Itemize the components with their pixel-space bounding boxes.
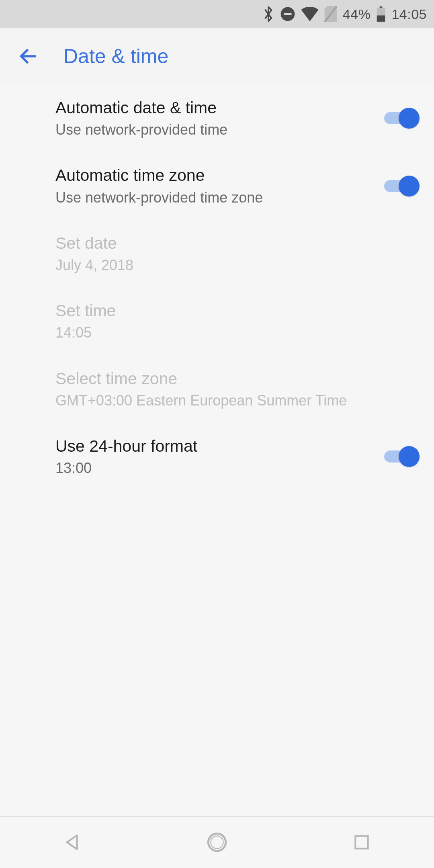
setting-auto-timezone[interactable]: Automatic time zone Use network-provided… bbox=[0, 152, 434, 219]
battery-percent: 44% bbox=[343, 6, 371, 22]
back-button[interactable] bbox=[16, 44, 40, 68]
nav-home-button[interactable] bbox=[193, 828, 241, 856]
setting-title: Automatic time zone bbox=[55, 166, 376, 185]
svg-point-7 bbox=[211, 836, 223, 848]
setting-select-timezone: Select time zone GMT+03:00 Eastern Europ… bbox=[0, 355, 434, 423]
setting-subtitle: GMT+03:00 Eastern European Summer Time bbox=[55, 392, 417, 409]
setting-title: Automatic date & time bbox=[55, 98, 376, 118]
battery-icon bbox=[376, 6, 386, 22]
triangle-back-icon bbox=[63, 833, 82, 852]
settings-list: Automatic date & time Use network-provid… bbox=[0, 84, 434, 816]
do-not-disturb-icon bbox=[280, 6, 295, 22]
nav-recent-button[interactable] bbox=[338, 828, 386, 856]
switch-thumb bbox=[399, 446, 420, 467]
svg-rect-1 bbox=[284, 13, 291, 15]
no-sim-icon bbox=[324, 6, 337, 22]
setting-set-time: Set time 14:05 bbox=[0, 287, 434, 355]
setting-title: Use 24-hour format bbox=[55, 436, 376, 456]
switch-thumb bbox=[399, 176, 420, 197]
setting-subtitle: 14:05 bbox=[55, 324, 417, 341]
circle-home-icon bbox=[207, 832, 227, 853]
setting-subtitle: Use network-provided time zone bbox=[55, 189, 376, 206]
page-title: Date & time bbox=[63, 45, 168, 68]
toggle-auto-datetime[interactable] bbox=[384, 107, 417, 129]
setting-subtitle: 13:00 bbox=[55, 459, 376, 477]
app-bar: Date & time bbox=[0, 28, 434, 84]
setting-title: Set date bbox=[55, 233, 417, 253]
wifi-icon bbox=[301, 7, 319, 21]
svg-rect-5 bbox=[377, 15, 385, 21]
status-clock: 14:05 bbox=[391, 6, 427, 22]
setting-use-24h[interactable]: Use 24-hour format 13:00 bbox=[0, 423, 434, 490]
toggle-use-24h[interactable] bbox=[384, 445, 417, 468]
svg-rect-8 bbox=[355, 836, 368, 849]
switch-thumb bbox=[399, 108, 420, 129]
setting-title: Set time bbox=[55, 301, 417, 321]
nav-back-button[interactable] bbox=[48, 828, 96, 856]
system-nav-bar bbox=[0, 816, 434, 868]
toggle-auto-timezone[interactable] bbox=[384, 175, 417, 197]
status-bar: 44% 14:05 bbox=[0, 0, 434, 28]
svg-rect-3 bbox=[380, 6, 383, 8]
setting-auto-datetime[interactable]: Automatic date & time Use network-provid… bbox=[0, 84, 434, 152]
setting-title: Select time zone bbox=[55, 369, 417, 389]
bluetooth-icon bbox=[262, 6, 274, 23]
arrow-left-icon bbox=[18, 46, 39, 67]
square-recent-icon bbox=[353, 834, 370, 851]
setting-subtitle: July 4, 2018 bbox=[55, 256, 417, 274]
setting-set-date: Set date July 4, 2018 bbox=[0, 220, 434, 287]
setting-subtitle: Use network-provided time bbox=[55, 121, 376, 138]
